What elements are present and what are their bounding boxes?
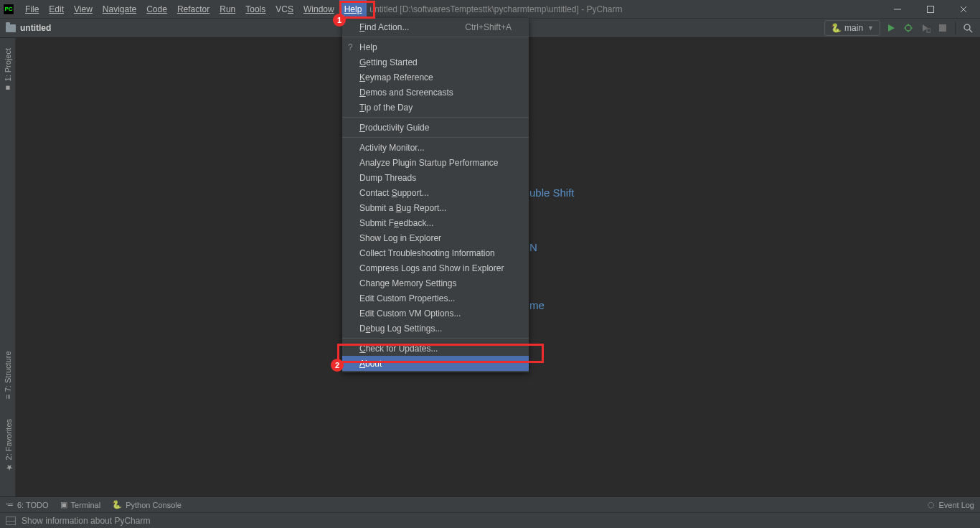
toolbar-separator — [955, 22, 956, 34]
menu-code[interactable]: Code — [141, 0, 172, 18]
menu-debug-log[interactable]: Debug Log Settings... — [342, 321, 529, 336]
search-everywhere-button[interactable] — [961, 22, 974, 34]
menu-compress-logs[interactable]: Compress Logs and Show in Explorer — [342, 260, 529, 275]
menu-separator — [342, 338, 529, 339]
help-dropdown: Find Action... Ctrl+Shift+A ?Help Gettin… — [342, 18, 529, 372]
run-config-name: main — [844, 23, 863, 33]
menu-edit[interactable]: Edit — [44, 0, 69, 18]
menu-vcs[interactable]: VCS — [270, 0, 298, 18]
menu-custom-vm[interactable]: Edit Custom VM Options... — [342, 306, 529, 321]
menu-analyze-plugin[interactable]: Analyze Plugin Startup Performance — [342, 155, 529, 170]
window-controls — [881, 0, 980, 18]
window-title: untitled [D:\softwaresTemptesttk\pycharm… — [369, 4, 622, 14]
svg-marker-4 — [888, 24, 895, 32]
chevron-down-icon: ▼ — [867, 24, 874, 32]
run-config-selector[interactable]: 🐍 main ▼ — [824, 20, 880, 36]
menu-check-updates[interactable]: Check for Updates... — [342, 341, 529, 356]
svg-point-12 — [964, 24, 970, 30]
python-icon: 🐍 — [831, 23, 842, 33]
hint-search-everywhere: uble Shift — [529, 187, 575, 199]
run-button[interactable] — [885, 22, 897, 34]
menu-bar: File Edit View Navigate Code Refactor Ru… — [20, 0, 367, 18]
hint-recent-files: me — [529, 299, 545, 311]
svg-rect-1 — [928, 6, 934, 12]
left-tool-gutter: ■ 1: Project ≡ 7: Structure ★ 2: Favorit… — [0, 38, 16, 496]
menu-demos[interactable]: Demos and Screencasts — [342, 85, 529, 100]
title-bar: PC File Edit View Navigate Code Refactor… — [0, 0, 980, 18]
menu-tools[interactable]: Tools — [240, 0, 270, 18]
tool-project[interactable]: ■ 1: Project — [4, 44, 12, 97]
hint-goto-file: N — [529, 241, 537, 253]
event-log-icon: ◌ — [928, 500, 935, 509]
tool-todo[interactable]: ≔6: TODO — [6, 500, 49, 509]
annotation-badge-1: 1 — [333, 14, 346, 27]
tool-structure[interactable]: ≡ 7: Structure — [4, 346, 12, 403]
menu-collect-troubleshooting[interactable]: Collect Troubleshooting Information — [342, 245, 529, 260]
menu-separator — [342, 137, 529, 138]
todo-icon: ≔ — [6, 500, 14, 509]
terminal-icon: ▣ — [60, 500, 67, 509]
find-action-shortcut: Ctrl+Shift+A — [465, 22, 512, 32]
menu-tip-of-day[interactable]: Tip of the Day — [342, 100, 529, 115]
tool-event-log[interactable]: ◌Event Log — [928, 500, 974, 509]
menu-getting-started[interactable]: Getting Started — [342, 55, 529, 70]
menu-productivity[interactable]: Productivity Guide — [342, 120, 529, 135]
python-console-icon: 🐍 — [112, 500, 122, 509]
menu-find-action[interactable]: Find Action... Ctrl+Shift+A — [342, 19, 529, 34]
annotation-badge-2: 2 — [331, 359, 344, 372]
minimize-button[interactable] — [881, 0, 914, 18]
close-button[interactable] — [947, 0, 980, 18]
menu-keymap[interactable]: Keymap Reference — [342, 70, 529, 85]
menu-dump-threads[interactable]: Dump Threads — [342, 170, 529, 185]
debug-button[interactable] — [902, 22, 915, 34]
menu-window[interactable]: Window — [298, 0, 339, 18]
maximize-button[interactable] — [914, 0, 947, 18]
help-icon: ? — [348, 42, 353, 52]
menu-memory-settings[interactable]: Change Memory Settings — [342, 275, 529, 291]
svg-rect-10 — [927, 29, 930, 32]
menu-show-log[interactable]: Show Log in Explorer — [342, 230, 529, 245]
bottom-tool-tabs: ≔6: TODO ▣Terminal 🐍Python Console ◌Even… — [0, 496, 980, 512]
breadcrumb-project[interactable]: untitled — [20, 23, 51, 33]
menu-refactor[interactable]: Refactor — [172, 0, 215, 18]
svg-rect-11 — [939, 24, 946, 32]
menu-contact-support[interactable]: Contact Support... — [342, 185, 529, 200]
menu-bug-report[interactable]: Submit a Bug Report... — [342, 200, 529, 215]
menu-file[interactable]: File — [20, 0, 44, 18]
stop-button[interactable] — [936, 22, 949, 34]
menu-activity-monitor[interactable]: Activity Monitor... — [342, 140, 529, 155]
tool-favorites[interactable]: ★ 2: Favorites — [4, 415, 13, 476]
menu-custom-properties[interactable]: Edit Custom Properties... — [342, 291, 529, 306]
menu-run[interactable]: Run — [215, 0, 240, 18]
folder-icon — [6, 24, 16, 32]
tool-python-console[interactable]: 🐍Python Console — [112, 500, 182, 509]
menu-separator — [342, 37, 529, 37]
menu-help-topic[interactable]: ?Help — [342, 39, 529, 55]
menu-separator — [342, 117, 529, 118]
menu-view[interactable]: View — [69, 0, 98, 18]
status-text: Show information about PyCharm — [22, 516, 150, 526]
run-with-coverage-button[interactable] — [919, 22, 932, 34]
status-bar: Show information about PyCharm — [0, 512, 980, 528]
menu-navigate[interactable]: Navigate — [98, 0, 141, 18]
menu-feedback[interactable]: Submit Feedback... — [342, 215, 529, 230]
menu-about[interactable]: About — [342, 356, 529, 371]
tool-terminal[interactable]: ▣Terminal — [60, 500, 101, 509]
tool-windows-toggle-icon[interactable] — [6, 517, 16, 525]
app-icon: PC — [3, 4, 14, 15]
svg-point-5 — [905, 25, 911, 31]
svg-line-13 — [969, 29, 972, 32]
